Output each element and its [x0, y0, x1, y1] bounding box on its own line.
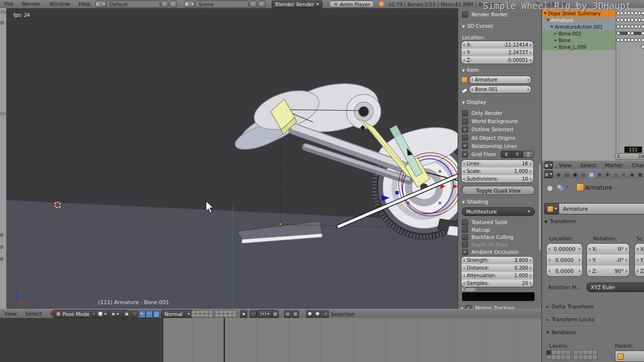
menu-marker[interactable]: Marker: [601, 162, 628, 169]
check-world-background[interactable]: World Background: [462, 118, 518, 124]
frame-marker-line[interactable]: [224, 318, 225, 362]
check-depth-of-field[interactable]: Depth Of Field: [462, 241, 507, 248]
render-opengl-anim-button[interactable]: ▥: [292, 310, 299, 318]
check-only-render[interactable]: Only Render: [462, 110, 503, 116]
tab-object[interactable]: ■: [587, 170, 596, 178]
translate-manipulator-button[interactable]: ↖: [138, 310, 146, 318]
layer-cell[interactable]: [565, 355, 571, 360]
keyframe-diamond[interactable]: [641, 11, 644, 16]
menu-select[interactable]: Select: [576, 162, 601, 169]
render-opengl-button[interactable]: ▤: [284, 310, 291, 318]
current-frame-indicator[interactable]: 111: [624, 147, 642, 153]
manipulator-toggle-button[interactable]: ✛: [131, 310, 138, 318]
id-browse-button[interactable]: [544, 203, 560, 215]
number-field[interactable]: Lines:16: [461, 159, 534, 167]
checkbox-icon[interactable]: [462, 110, 468, 116]
channel-armatureaction-001[interactable]: ▼ArmatureAction.001: [542, 23, 624, 30]
checkbox-icon[interactable]: [462, 219, 468, 226]
check-backface-culling[interactable]: Backface Culling: [462, 234, 513, 240]
keyframe-diamond[interactable]: [641, 24, 644, 29]
viewport-layers-grid[interactable]: [215, 311, 237, 317]
number-field[interactable]: 0.00000: [546, 243, 583, 254]
menu-select[interactable]: Select: [21, 311, 46, 317]
rotation-fields[interactable]: X:0°Y:-0°Z:90°: [586, 243, 630, 277]
grid-axis-z[interactable]: Z: [523, 151, 534, 158]
display-number-fields[interactable]: Lines:16Scale:1.000Subdivisions:10: [461, 159, 534, 183]
menu-help[interactable]: Help: [74, 1, 95, 7]
number-field[interactable]: 0.0000: [546, 265, 583, 277]
layout-add-button[interactable]: +: [161, 0, 168, 8]
checkbox-icon[interactable]: ✓: [465, 305, 472, 309]
lock-to-scene-button[interactable]: ▪: [240, 310, 247, 318]
check-textured-solid[interactable]: Textured Solid: [462, 219, 507, 226]
object-name-field[interactable]: Armature: [469, 76, 531, 84]
timeline-strip[interactable]: [0, 318, 541, 362]
scene-name-field[interactable]: Scene: [195, 0, 249, 8]
scene-browse-icon[interactable]: ▦: [184, 0, 195, 8]
viewport-layers-grid[interactable]: [192, 311, 213, 317]
layer-cell[interactable]: [592, 355, 598, 360]
ao-color-swatch[interactable]: [462, 292, 535, 301]
checkbox-icon[interactable]: ✓: [462, 126, 468, 133]
object-id-name-field[interactable]: Armature: [559, 203, 644, 215]
menu-view[interactable]: View: [0, 311, 21, 317]
copy-pose-button[interactable]: ☻: [306, 310, 313, 318]
channel-armature[interactable]: ▼Armature: [542, 17, 621, 23]
scene-add-button[interactable]: +: [249, 0, 257, 8]
tab-texture[interactable]: ▩: [636, 170, 644, 178]
number-field[interactable]: Scale:1.000: [461, 167, 534, 175]
checkbox-icon[interactable]: [462, 234, 468, 240]
grid-floor-check[interactable]: ✓ Grid Floor: [462, 151, 496, 158]
layers-grid[interactable]: [547, 351, 571, 360]
shading-mode-select[interactable]: Multitexture: [462, 207, 535, 216]
number-field[interactable]: X:0°: [586, 243, 630, 254]
menu-render[interactable]: Render: [17, 1, 45, 7]
number-field[interactable]: Distance:0.200: [461, 264, 534, 272]
tab-bone-constraints[interactable]: ◆: [628, 170, 636, 178]
menu-window[interactable]: Window: [45, 1, 74, 7]
layer-cell[interactable]: [208, 314, 213, 317]
anim-player-button[interactable]: ⊗Anim Player: [329, 0, 374, 8]
bone-name-field[interactable]: Bone.001: [469, 85, 531, 93]
panel-header-item[interactable]: ▼Item: [462, 67, 479, 73]
snap-toggle-button[interactable]: ◌: [250, 310, 257, 318]
tab-modifiers[interactable]: ✚: [604, 170, 612, 178]
panel-header-relations[interactable]: ▼Relations: [541, 327, 644, 338]
location-fields[interactable]: 0.000000.00000.0000: [546, 243, 583, 277]
shading-number-fields[interactable]: Strength:3.600Distance:0.200Attenuation:…: [461, 256, 534, 287]
panel-header-transform-locks[interactable]: ►Transform Locks: [541, 314, 644, 325]
paste-pose-button[interactable]: ☻: [314, 310, 321, 318]
scene-delete-button[interactable]: ×: [258, 0, 265, 8]
scale-fields[interactable]: X:Y:Z:: [634, 243, 644, 277]
layers-grid[interactable]: [574, 351, 598, 360]
transform-orientation-select[interactable]: Normal: [161, 310, 194, 318]
number-field[interactable]: Strength:3.600: [461, 256, 534, 264]
editor-type-button[interactable]: ▥: [544, 170, 553, 178]
npanel-scrollbar[interactable]: [538, 164, 541, 251]
grid-axis-x[interactable]: X: [501, 151, 512, 158]
number-field[interactable]: Z:-0.00001: [461, 56, 534, 64]
tab-render-layers[interactable]: ▤: [563, 170, 571, 178]
grid-floor-axes[interactable]: XYZ: [501, 151, 534, 158]
grid-axis-y[interactable]: Y: [512, 151, 523, 158]
tab-render[interactable]: ◉: [555, 170, 563, 178]
number-field[interactable]: X:-11.12414: [461, 41, 534, 48]
rotate-manipulator-button[interactable]: ◠: [146, 310, 153, 318]
checkbox-icon[interactable]: ✓: [462, 249, 468, 255]
number-field[interactable]: Y:2.24727: [461, 48, 534, 56]
dope-sheet-editor[interactable]: ▼Dope Sheet Summary▼Armature▼ArmatureAct…: [541, 8, 644, 160]
layout-browse-icon[interactable]: ▤: [95, 0, 106, 8]
layout-delete-button[interactable]: ×: [169, 0, 177, 8]
tab-bone[interactable]: ✕: [620, 170, 628, 178]
checkbox-icon[interactable]: ✓: [462, 151, 468, 158]
toggle-quad-view-button[interactable]: Toggle Quad View: [462, 186, 535, 195]
frame-range-slider[interactable]: 0200: [615, 153, 644, 160]
number-field[interactable]: Subdivisions:10: [461, 175, 534, 183]
panel-header-transform[interactable]: ▼Transform: [544, 218, 576, 225]
channel-dope-sheet-summary[interactable]: ▼Dope Sheet Summary: [542, 10, 618, 17]
keyframe-diamond[interactable]: [641, 38, 644, 43]
check-ambient-occlusion[interactable]: ✓Ambient Occlusion: [462, 249, 518, 255]
check-all-object-origins[interactable]: All Object Origins: [462, 135, 515, 141]
number-field[interactable]: X:: [634, 243, 644, 254]
rotation-mode-select[interactable]: XYZ Euler: [586, 283, 644, 292]
